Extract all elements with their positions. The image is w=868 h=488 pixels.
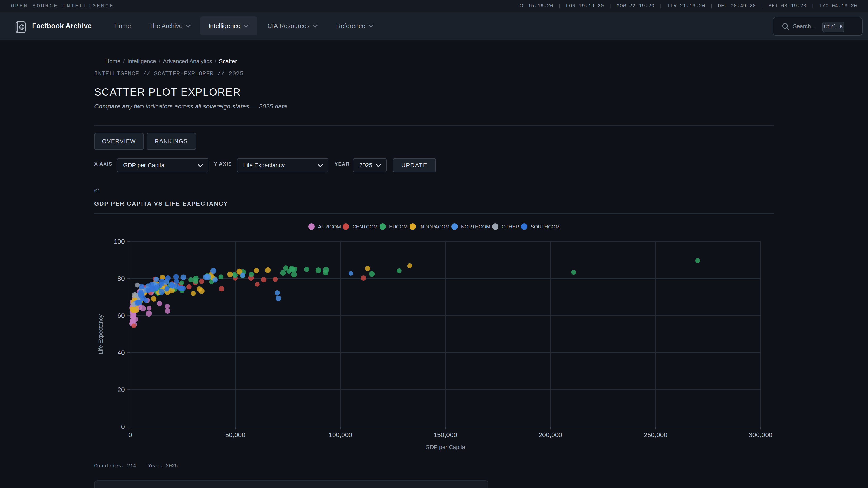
svg-text:0: 0: [128, 431, 132, 438]
svg-text:50,000: 50,000: [225, 431, 246, 438]
svg-text:300,000: 300,000: [749, 431, 773, 438]
svg-text:250,000: 250,000: [644, 431, 668, 438]
svg-text:60: 60: [118, 312, 125, 319]
svg-text:20: 20: [118, 386, 125, 393]
svg-text:100,000: 100,000: [329, 431, 352, 438]
svg-text:0: 0: [121, 423, 125, 430]
svg-text:40: 40: [118, 349, 125, 356]
svg-text:Life Expectancy: Life Expectancy: [97, 314, 104, 354]
svg-text:100: 100: [114, 238, 125, 245]
svg-text:200,000: 200,000: [539, 431, 562, 438]
svg-text:150,000: 150,000: [434, 431, 457, 438]
svg-text:80: 80: [118, 275, 125, 282]
svg-text:GDP per Capita: GDP per Capita: [426, 444, 465, 450]
